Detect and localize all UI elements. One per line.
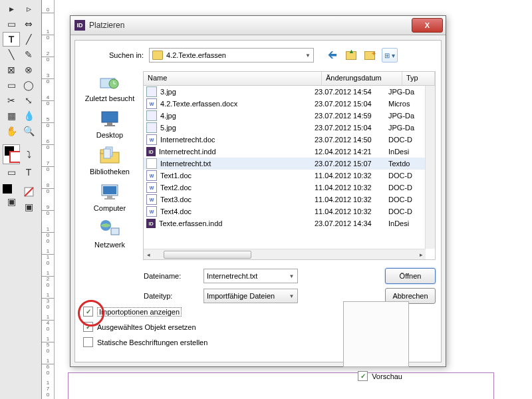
- col-date[interactable]: Änderungsdatum: [322, 72, 402, 85]
- file-row[interactable]: WInternetrecht.doc23.07.2012 14:50DOC-D: [144, 134, 426, 146]
- tool-eyedropper[interactable]: 💧: [20, 108, 37, 123]
- tool-page[interactable]: ▭: [3, 17, 20, 31]
- file-row[interactable]: 3.jpg23.07.2012 14:54JPG-Da: [144, 86, 426, 98]
- place-dialog: ID Platzieren X Suchen in: 4.2.Texte.erf…: [70, 15, 446, 367]
- file-doc-icon: W: [146, 170, 157, 181]
- col-name[interactable]: Name: [144, 72, 322, 85]
- file-txt-icon: [146, 158, 157, 169]
- dialog-title: Platzieren: [89, 21, 412, 30]
- svg-rect-4: [102, 112, 118, 122]
- places-bar: Zuletzt besucht Desktop Bibliotheken Com…: [79, 71, 140, 229]
- file-row[interactable]: IDTexte.erfassen.indd23.07.2012 14:34InD…: [144, 217, 426, 229]
- svg-rect-5: [107, 122, 112, 125]
- chk-replace-selected[interactable]: ✓: [83, 322, 93, 332]
- file-row[interactable]: WText3.doc11.04.2012 10:32DOC-D: [144, 194, 426, 205]
- chk-static-captions[interactable]: [83, 337, 93, 347]
- file-row[interactable]: WText1.doc11.04.2012 10:32DOC-D: [144, 170, 426, 182]
- indesign-icon: ID: [74, 20, 85, 31]
- svg-rect-6: [104, 125, 115, 126]
- tool-free-transform[interactable]: ⤡: [20, 93, 37, 108]
- tool-screen-mode[interactable]: ▣: [20, 200, 37, 214]
- tool-direct-selection[interactable]: ▹: [20, 1, 37, 16]
- svg-rect-12: [103, 186, 116, 194]
- place-network[interactable]: Netzwerk: [79, 217, 140, 249]
- tool-apply-color[interactable]: [3, 184, 12, 194]
- vertical-ruler: 0102030405060708090100110120130140150160…: [42, 0, 55, 399]
- preview-box: [343, 301, 409, 367]
- file-img-icon: [146, 110, 157, 121]
- tool-rectangle[interactable]: ▭: [3, 78, 20, 92]
- tool-view-mode[interactable]: ▣: [3, 194, 20, 209]
- file-indd-icon: ID: [146, 147, 156, 156]
- file-doc-icon: W: [146, 194, 157, 205]
- tool-selection[interactable]: ▸: [3, 1, 20, 16]
- tool-swap-fill-stroke[interactable]: ⤵: [20, 144, 37, 164]
- tool-format-container[interactable]: ▭: [3, 165, 20, 180]
- file-row[interactable]: 5.jpg23.07.2012 15:04JPG-Da: [144, 122, 426, 134]
- close-button[interactable]: X: [412, 18, 443, 33]
- lookin-combo[interactable]: 4.2.Texte.erfassen ▼: [149, 48, 314, 63]
- file-img-icon: [146, 86, 157, 97]
- chk-captions-label: Statische Beschriftungen erstellen: [97, 338, 207, 346]
- file-row[interactable]: WText4.doc11.04.2012 10:32DOC-D: [144, 205, 426, 217]
- chk-import-label: Importoptionen anzeigen: [97, 307, 182, 317]
- file-img-icon: [146, 122, 157, 133]
- tool-pencil[interactable]: ✎: [20, 47, 37, 62]
- tool-fill-stroke[interactable]: [3, 144, 20, 164]
- file-indd-icon: ID: [146, 219, 156, 228]
- tool-type[interactable]: T: [3, 32, 20, 47]
- svg-rect-10: [104, 149, 110, 158]
- place-libraries[interactable]: Bibliotheken: [79, 144, 140, 176]
- svg-rect-13: [107, 196, 112, 198]
- file-row[interactable]: IDInternetrecht.indd12.04.2012 14:21InDe…: [144, 146, 426, 158]
- file-scrollbar-v[interactable]: [425, 86, 435, 249]
- place-computer[interactable]: Computer: [79, 181, 140, 212]
- chevron-down-icon: ▼: [305, 53, 311, 59]
- open-button[interactable]: Öffnen: [385, 268, 436, 284]
- tool-rectangle-frame[interactable]: ⊠: [3, 63, 20, 77]
- chevron-down-icon: ▼: [289, 293, 295, 299]
- tool-gap[interactable]: ⇔: [20, 17, 37, 31]
- lookin-value: 4.2.Texte.erfassen: [166, 51, 226, 59]
- svg-rect-16: [111, 228, 119, 235]
- file-doc-icon: W: [146, 206, 157, 217]
- tool-zoom[interactable]: 🔍: [20, 124, 37, 138]
- chk-replace-label: Ausgewähltes Objekt ersetzen: [97, 323, 196, 331]
- file-doc-icon: W: [146, 182, 157, 193]
- chk-preview[interactable]: ✓: [358, 371, 368, 381]
- file-row[interactable]: W4.2.Texte.erfassen.docx23.07.2012 15:04…: [144, 98, 426, 110]
- lookin-label: Suchen in:: [80, 51, 144, 59]
- filetype-label: Dateityp:: [144, 292, 203, 300]
- tool-hand[interactable]: ✋: [3, 124, 20, 138]
- chevron-down-icon: ▼: [289, 273, 295, 279]
- file-doc-icon: W: [146, 134, 157, 145]
- filename-label: Dateiname:: [144, 272, 203, 280]
- file-row[interactable]: Internetrecht.txt23.07.2012 15:07Textdo: [144, 158, 426, 170]
- file-doc-icon: W: [146, 98, 157, 109]
- back-icon[interactable]: 🡰: [326, 49, 339, 62]
- filetype-combo[interactable]: Importfähige Dateien▼: [203, 289, 298, 303]
- tool-gradient[interactable]: ▦: [3, 108, 20, 123]
- file-row[interactable]: 4.jpg23.07.2012 14:59JPG-Da: [144, 110, 426, 122]
- up-icon[interactable]: ▲: [344, 49, 358, 62]
- chk-preview-label: Vorschau: [372, 372, 402, 380]
- tool-format-text[interactable]: T: [20, 165, 37, 180]
- view-menu[interactable]: ⊞ ▾: [382, 48, 398, 63]
- file-list: Name Änderungsdatum Typ 3.jpg23.07.2012 …: [143, 71, 436, 260]
- place-recent[interactable]: Zuletzt besucht: [79, 71, 140, 102]
- filename-combo[interactable]: Internetrecht.txt▼: [203, 269, 298, 283]
- folder-icon: [152, 51, 163, 60]
- chk-import-options[interactable]: ✓: [83, 307, 93, 317]
- tool-ellipse[interactable]: ◯: [20, 78, 37, 92]
- file-row[interactable]: WText2.doc11.04.2012 10:32DOC-D: [144, 182, 426, 194]
- file-scrollbar-h[interactable]: ◂▸: [144, 249, 426, 259]
- tool-ellipse-frame[interactable]: ⊗: [20, 63, 37, 77]
- col-type[interactable]: Typ: [402, 72, 435, 85]
- tool-apply-none[interactable]: [20, 184, 37, 199]
- svg-rect-14: [104, 198, 115, 200]
- place-desktop[interactable]: Desktop: [79, 108, 140, 139]
- tool-type-path[interactable]: ╱: [20, 32, 37, 47]
- new-folder-icon[interactable]: ✦: [363, 49, 376, 62]
- tool-line[interactable]: ╲: [3, 47, 20, 62]
- tool-scissors[interactable]: ✂: [3, 93, 20, 108]
